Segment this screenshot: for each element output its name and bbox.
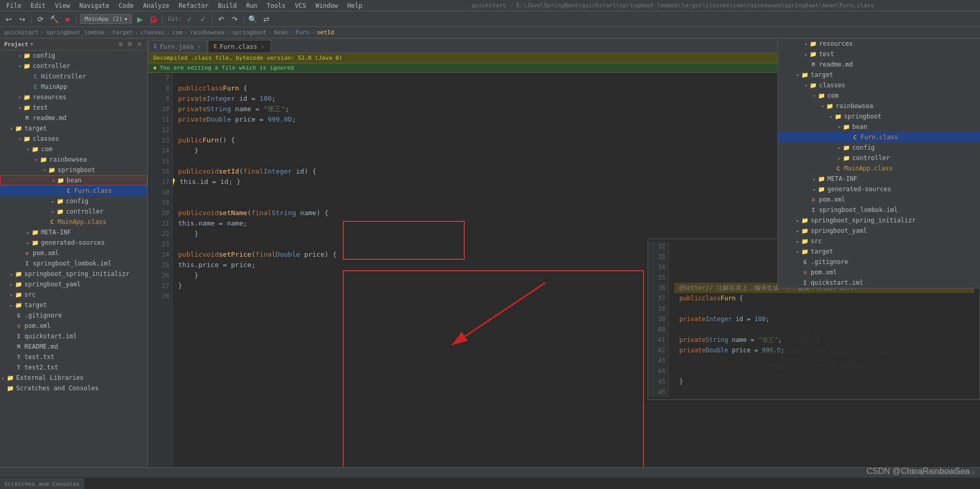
- toolbar-sync-btn[interactable]: ⟳: [35, 14, 46, 25]
- sidebar-tree-item[interactable]: CMainApp.class: [0, 217, 147, 227]
- sidebar-tree-item[interactable]: MREADME.md: [0, 341, 147, 352]
- sidebar-tree-item[interactable]: ▾📁rainbowsea: [0, 154, 147, 165]
- sidebar-tree-item[interactable]: ▸📁springboot_spring_initializr: [0, 269, 147, 279]
- right-tree-item[interactable]: ⚙pom.xml: [778, 267, 980, 277]
- sidebar-tree-item[interactable]: ▸📁controller: [0, 206, 147, 217]
- right-tree-item[interactable]: ▾📁rainbowsea: [778, 101, 980, 111]
- toolbar-undo-btn[interactable]: ↶: [216, 14, 227, 25]
- breadcrumb-com[interactable]: com: [172, 29, 182, 36]
- sidebar-tree-item[interactable]: ▸📁config: [0, 196, 147, 206]
- sidebar-tree-item[interactable]: ▸📁springboot_yaml: [0, 279, 147, 289]
- lightbulb-icon[interactable]: 💡: [173, 177, 177, 187]
- right-tree-item[interactable]: CMainApp.class: [778, 163, 980, 174]
- sidebar-tree-item[interactable]: ▾📁bean: [0, 175, 147, 186]
- sidebar-tree-item[interactable]: Ttest.txt: [0, 352, 147, 362]
- breadcrumb-bean[interactable]: bean: [274, 29, 288, 36]
- sidebar-add-btn[interactable]: ⊕: [116, 40, 125, 48]
- tab-furn-class[interactable]: C Furn.class ×: [208, 40, 271, 52]
- right-tree-item[interactable]: Mreadme.md: [778, 59, 980, 70]
- sidebar-tree-item[interactable]: ▾📁resources: [0, 92, 147, 102]
- right-tree-item[interactable]: ▸📁test: [778, 49, 980, 59]
- sidebar-settings-btn[interactable]: ⚙: [126, 40, 134, 48]
- menu-edit[interactable]: Edit: [26, 1, 50, 10]
- sidebar-dropdown-icon[interactable]: ▼: [30, 42, 33, 47]
- breadcrumb-springboot-lombok[interactable]: springboot_lombok: [46, 29, 105, 36]
- menu-vcs[interactable]: VCS: [291, 1, 311, 10]
- debug-btn[interactable]: 🐞: [147, 14, 159, 25]
- sidebar-tree-item[interactable]: Ispringboot_lombok.iml: [0, 258, 147, 269]
- menu-view[interactable]: View: [51, 1, 74, 10]
- sidebar-tree-item[interactable]: ⚙pom.xml: [0, 248, 147, 258]
- sidebar-tree-item[interactable]: CHiController: [0, 71, 147, 82]
- right-tree-item[interactable]: ▸📁config: [778, 142, 980, 153]
- sidebar-tree-item[interactable]: ⚙pom.xml: [0, 321, 147, 331]
- tab-furn-java-close[interactable]: ×: [196, 43, 202, 50]
- breadcrumb-classes[interactable]: classes: [140, 29, 164, 36]
- menu-help[interactable]: Help: [343, 1, 367, 10]
- right-tree-item[interactable]: ▾📁target: [778, 70, 980, 80]
- menu-tools[interactable]: Tools: [263, 1, 290, 10]
- right-tree-item[interactable]: ▸📁resources: [778, 38, 980, 49]
- toolbar-forward-btn[interactable]: ↪: [17, 14, 28, 25]
- right-tree-item[interactable]: Iquickstart.iml: [778, 277, 980, 288]
- menu-refactor[interactable]: Refactor: [174, 1, 213, 10]
- sidebar-tree-item[interactable]: CFurn.class: [0, 186, 147, 196]
- right-tree-item[interactable]: ▸📁src: [778, 236, 980, 246]
- right-tree-item[interactable]: ▾📁com: [778, 90, 980, 101]
- sidebar-tree-item[interactable]: ▾📁target: [0, 123, 147, 134]
- sidebar-tree-item[interactable]: ▸📁External Libraries: [0, 373, 147, 383]
- breadcrumb-setid[interactable]: setId: [317, 29, 334, 36]
- sidebar-tree-item[interactable]: ▾📁springboot: [0, 165, 147, 175]
- sidebar-tree-item[interactable]: ▸📁src: [0, 289, 147, 300]
- sidebar-tree-item[interactable]: ▸📁target: [0, 300, 147, 310]
- sidebar-tree-item[interactable]: ▸📁META-INF: [0, 227, 147, 237]
- sidebar-tree-item[interactable]: Mreadme.md: [0, 113, 147, 123]
- right-tree-item[interactable]: CFurn.class: [778, 132, 980, 142]
- right-tree-item[interactable]: ▸📁META-INF: [778, 174, 980, 184]
- toolbar-back-btn[interactable]: ↩: [3, 14, 15, 25]
- toolbar-redo-btn[interactable]: ↷: [229, 14, 240, 25]
- breadcrumb-furn[interactable]: Furn: [296, 29, 310, 36]
- menu-navigate[interactable]: Navigate: [75, 1, 114, 10]
- right-tree-item[interactable]: ▸📁target: [778, 246, 980, 257]
- git-checkmark-btn[interactable]: ✓: [184, 14, 195, 25]
- sidebar-tree-item[interactable]: 📁Scratches and Consoles: [0, 383, 147, 393]
- sidebar-tree-item[interactable]: ▾📁config: [0, 50, 147, 61]
- right-tree-item[interactable]: ▾📁bean: [778, 122, 980, 132]
- menu-build[interactable]: Build: [214, 1, 241, 10]
- run-btn[interactable]: ▶: [134, 14, 145, 25]
- toolbar-stop-btn[interactable]: ■: [62, 14, 73, 25]
- sidebar-tree-item[interactable]: Ttest2.txt: [0, 362, 147, 373]
- right-tree-item[interactable]: ▸📁springboot_yaml: [778, 226, 980, 236]
- menu-code[interactable]: Code: [115, 1, 138, 10]
- right-tree-item[interactable]: Ispringboot_lombok.iml: [778, 205, 980, 215]
- sidebar-tree-item[interactable]: ▸📁generated-sources: [0, 237, 147, 248]
- sidebar-tree-item[interactable]: Iquickstart.iml: [0, 331, 147, 341]
- run-config-selector[interactable]: MainApp (2) ▼: [80, 14, 132, 24]
- right-tree-item[interactable]: ▾📁springboot: [778, 111, 980, 122]
- scratches-consoles-tab[interactable]: Scratches and Consoles: [0, 479, 84, 489]
- menu-window[interactable]: Window: [311, 1, 342, 10]
- sidebar-close-btn[interactable]: ✕: [135, 40, 143, 48]
- git-check2-btn[interactable]: ✓: [197, 14, 209, 25]
- menu-file[interactable]: File: [2, 1, 25, 10]
- breadcrumb-springboot[interactable]: springboot: [232, 29, 266, 36]
- right-tree-item[interactable]: G.gitignore: [778, 257, 980, 267]
- menu-run[interactable]: Run: [242, 1, 262, 10]
- sidebar-tree-item[interactable]: ▾📁classes: [0, 134, 147, 144]
- toolbar-build-btn[interactable]: 🔨: [48, 14, 60, 25]
- sidebar-tree-item[interactable]: G.gitignore: [0, 310, 147, 321]
- right-tree-item[interactable]: ▾📁classes: [778, 80, 980, 90]
- sidebar-tree-item[interactable]: ▾📁test: [0, 102, 147, 113]
- right-tree-item[interactable]: ▸📁controller: [778, 153, 980, 163]
- toolbar-search-btn[interactable]: 🔍: [247, 14, 259, 25]
- sidebar-tree-item[interactable]: ▾📁controller: [0, 61, 147, 71]
- sidebar-tree-item[interactable]: ▾📁com: [0, 144, 147, 154]
- breadcrumb-quickstart[interactable]: quickstart: [4, 29, 38, 36]
- right-tree-item[interactable]: ▸📁springboot_spring_initializr: [778, 215, 980, 226]
- tab-furn-class-close[interactable]: ×: [260, 43, 265, 50]
- breadcrumb-rainbowsea[interactable]: rainbowsea: [190, 29, 224, 36]
- breadcrumb-target[interactable]: target: [112, 29, 133, 36]
- right-tree-item[interactable]: ▸📁generated-sources: [778, 184, 980, 194]
- menu-analyze[interactable]: Analyze: [139, 1, 173, 10]
